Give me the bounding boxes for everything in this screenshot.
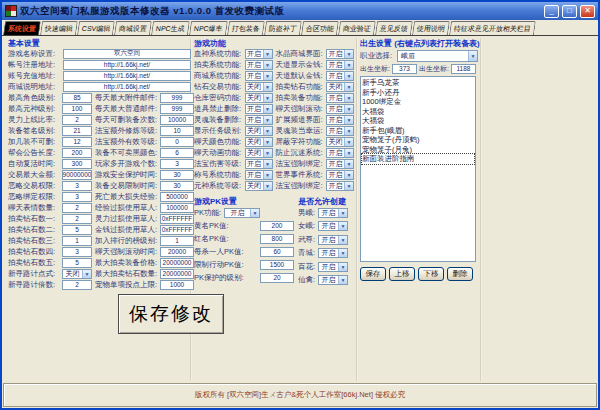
toggle-select[interactable]: 关闭 ▼ — [245, 181, 273, 191]
list-item[interactable]: 新手包(峨眉) — [362, 126, 474, 136]
tab[interactable]: 意见反馈 — [375, 21, 413, 35]
minimize-button[interactable]: _ — [544, 5, 559, 18]
list-item[interactable]: 宠物笼子(月兔) — [362, 145, 474, 155]
coord-x-input[interactable]: 373 — [392, 64, 417, 74]
chevron-down-icon[interactable]: ▼ — [344, 182, 353, 190]
delete-button[interactable]: 删除 — [447, 267, 473, 281]
toggle-select[interactable]: 开启 ▼ — [326, 60, 354, 70]
text-input[interactable]: 3 — [160, 159, 194, 169]
text-input[interactable]: 500000 — [160, 192, 194, 202]
toggle-select[interactable]: 开启 ▼ — [326, 126, 354, 136]
chevron-down-icon[interactable]: ▼ — [263, 105, 272, 113]
toggle-select[interactable]: 开启 ▼ — [245, 170, 273, 180]
text-input[interactable]: 20000 — [160, 247, 194, 257]
chevron-down-icon[interactable]: ▼ — [344, 171, 353, 179]
toggle-select[interactable]: 开启 ▼ — [245, 104, 273, 114]
text-input[interactable]: 5 — [62, 225, 92, 235]
text-input[interactable]: 800 — [260, 234, 294, 244]
toggle-select[interactable]: 开启 ▼ — [326, 49, 354, 59]
list-item[interactable]: 新面装进阶指南 — [362, 154, 474, 164]
move-up-button[interactable]: 上移 — [389, 267, 415, 281]
chevron-down-icon[interactable]: ▼ — [344, 83, 353, 91]
text-input[interactable]: 20000000 — [160, 258, 194, 268]
chevron-down-icon[interactable]: ▼ — [263, 160, 272, 168]
list-item[interactable]: 新手乌龙茶 — [362, 78, 474, 88]
text-input[interactable]: 85 — [62, 93, 92, 103]
toggle-select[interactable]: 关闭 ▼ — [245, 93, 273, 103]
text-input[interactable]: 0xFFFFFF — [160, 214, 194, 224]
chevron-down-icon[interactable]: ▼ — [263, 171, 272, 179]
chevron-down-icon[interactable]: ▼ — [338, 209, 347, 217]
toggle-select[interactable]: 开启 ▼ — [326, 181, 354, 191]
text-input[interactable]: 5 — [62, 258, 92, 268]
text-input[interactable]: http://1.66kj.net/ — [63, 82, 191, 92]
toggle-select[interactable]: 开启 ▼ — [318, 262, 348, 272]
toggle-select[interactable]: 开启 ▼ — [318, 275, 348, 285]
birth-items-listbox[interactable]: 新手乌龙茶新手小还丹1000绑定金大福袋大福袋新手包(峨眉)宠物笼子(丹顶鹤)宠… — [360, 76, 476, 262]
chevron-down-icon[interactable]: ▼ — [263, 61, 272, 69]
chevron-down-icon[interactable]: ▼ — [468, 51, 477, 61]
chevron-down-icon[interactable]: ▼ — [338, 222, 347, 230]
list-item[interactable]: 大福袋 — [362, 116, 474, 126]
list-item[interactable]: 大福袋 — [362, 107, 474, 117]
toggle-select[interactable]: 开启 ▼ — [245, 49, 273, 59]
toggle-select[interactable]: 开启 ▼ — [326, 104, 354, 114]
titlebar[interactable]: 双六空间蜀门私服游戏版本修改器 v1.0.0.0 首发收费测试版 _ □ ✕ — [2, 2, 598, 20]
tab[interactable]: NPC生成 — [151, 21, 190, 35]
text-input[interactable]: 2 — [62, 280, 92, 290]
toggle-select[interactable]: 开启 ▼ — [318, 248, 348, 258]
tab[interactable]: 待征求意见开放相关栏目 — [449, 21, 536, 35]
toggle-select[interactable]: 开启 ▼ — [318, 208, 348, 218]
text-input[interactable]: 200 — [260, 221, 294, 231]
text-input[interactable]: 60 — [260, 247, 294, 257]
tab[interactable]: NPC爆率 — [189, 21, 228, 35]
coord-y-input[interactable]: 1188 — [451, 64, 476, 74]
text-input[interactable]: http://1.66kj.net/ — [63, 60, 191, 70]
chevron-down-icon[interactable]: ▼ — [263, 50, 272, 58]
text-input[interactable]: 30 — [160, 170, 194, 180]
text-input[interactable]: 300 — [62, 159, 92, 169]
toggle-select[interactable]: 关闭 ▼ — [326, 82, 354, 92]
chevron-down-icon[interactable]: ▼ — [263, 94, 272, 102]
toggle-select[interactable]: 开启 ▼ — [245, 115, 273, 125]
chevron-down-icon[interactable]: ▼ — [263, 83, 272, 91]
tab[interactable]: 商业验证 — [338, 21, 376, 35]
text-input[interactable]: 30 — [160, 181, 194, 191]
text-input[interactable]: 999 — [160, 93, 194, 103]
text-input[interactable]: 0 — [160, 137, 194, 147]
text-input[interactable]: 2 — [62, 115, 92, 125]
text-input[interactable]: 3 — [62, 192, 92, 202]
text-input[interactable]: http://1.66kj.net/ — [63, 71, 191, 81]
maximize-button[interactable]: □ — [562, 5, 577, 18]
toggle-select[interactable]: 关闭 ▼ — [245, 126, 273, 136]
toggle-select[interactable]: 关闭 ▼ — [245, 148, 273, 158]
tab[interactable]: 系统设置 — [3, 21, 41, 35]
chevron-down-icon[interactable]: ▼ — [344, 61, 353, 69]
text-input[interactable]: 100 — [62, 104, 92, 114]
text-input[interactable]: 999 — [160, 104, 194, 114]
toggle-select[interactable]: 开启 ▼ — [224, 208, 260, 218]
toggle-select[interactable]: 开启 ▼ — [326, 159, 354, 169]
chevron-down-icon[interactable]: ▼ — [250, 209, 259, 217]
toggle-select[interactable]: 开启 ▼ — [326, 93, 354, 103]
toggle-select[interactable]: 开启 ▼ — [245, 71, 273, 81]
text-input[interactable]: 1000 — [160, 280, 194, 290]
chevron-down-icon[interactable]: ▼ — [338, 249, 347, 257]
chevron-down-icon[interactable]: ▼ — [344, 149, 353, 157]
chevron-down-icon[interactable]: ▼ — [263, 149, 272, 157]
chevron-down-icon[interactable]: ▼ — [344, 50, 353, 58]
text-input[interactable]: 6 — [160, 148, 194, 158]
toggle-select[interactable]: 开启 ▼ — [318, 235, 348, 245]
chevron-down-icon[interactable]: ▼ — [338, 276, 347, 284]
text-input[interactable]: 双六空间 — [63, 49, 191, 59]
text-input[interactable]: 0xFFFFFF — [160, 225, 194, 235]
text-input[interactable]: 12 — [62, 137, 92, 147]
text-input[interactable]: 100000 — [160, 203, 194, 213]
tab[interactable]: CSV编辑 — [77, 21, 115, 35]
text-input[interactable]: 21 — [62, 126, 92, 136]
text-input[interactable]: 20 — [260, 273, 294, 283]
tab[interactable]: 打包装备 — [227, 21, 265, 35]
chevron-down-icon[interactable]: ▼ — [263, 116, 272, 124]
toggle-select[interactable]: 开启 ▼ — [318, 221, 348, 231]
toggle-select[interactable]: 开启 ▼ — [245, 159, 273, 169]
